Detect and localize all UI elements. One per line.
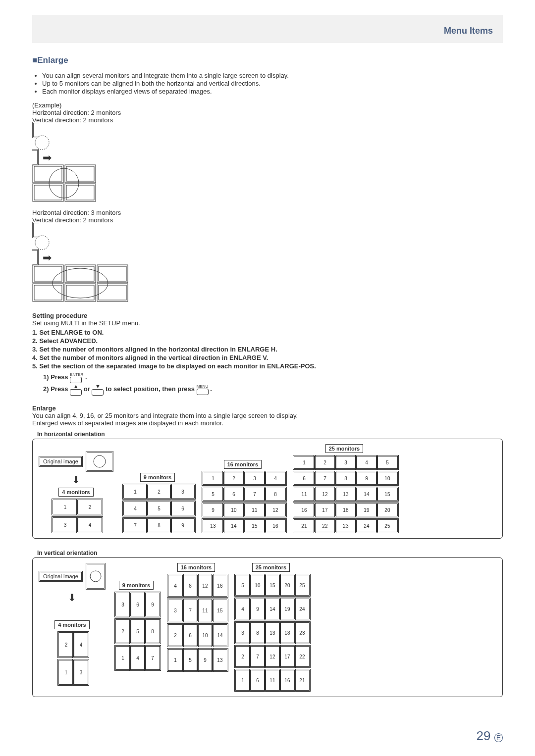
svg-point-10 xyxy=(35,236,49,250)
svg-point-25 xyxy=(90,571,101,582)
monitor-cell: 4 xyxy=(167,574,184,598)
monitors-4-label: 4 monitors xyxy=(58,488,93,497)
monitor-cell: 7 xyxy=(243,487,266,502)
example2-diagram: ➡ xyxy=(32,226,503,302)
step: 2. Select ADVANCED. xyxy=(32,337,503,345)
monitor-cell: 5 xyxy=(376,455,399,470)
monitor-cell: 9 xyxy=(170,517,196,533)
monitor-cell: 17 xyxy=(279,645,296,668)
monitor-cell: 2 xyxy=(146,484,172,500)
monitor-cell: 8 xyxy=(182,574,199,598)
monitor-cell: 5 xyxy=(202,487,224,502)
monitor-cell: 21 xyxy=(294,669,311,692)
svg-rect-18 xyxy=(34,285,62,300)
monitor-cell: 7 xyxy=(182,599,199,622)
svg-rect-3 xyxy=(65,165,96,183)
monitor-cell: 8 xyxy=(146,517,172,533)
bullet-item: You can align several monitors and integ… xyxy=(42,72,503,79)
monitor-cell: 5 xyxy=(146,501,172,516)
svg-rect-19 xyxy=(65,284,96,302)
monitor-cell: 5 xyxy=(234,574,251,597)
original-image-label: Original image xyxy=(39,571,83,582)
vertical-orientation-label: In vertical orientation xyxy=(37,550,503,556)
monitor-cell: 13 xyxy=(264,621,281,644)
monitor-cell: 6 xyxy=(249,669,266,692)
grid-25-h: 1234567891011121314151617181920212223242… xyxy=(293,455,396,533)
step: 1. Set ENLARGE to ON. xyxy=(32,329,503,336)
monitor-cell: 6 xyxy=(129,592,146,617)
page-header: Menu Items xyxy=(32,15,503,43)
monitor-cell: 22 xyxy=(294,645,311,668)
monitor-cell: 11 xyxy=(293,487,316,502)
monitor-cell: 4 xyxy=(355,455,378,470)
enlarge-heading: Enlarge xyxy=(32,404,56,412)
monitors-16-label: 16 monitors xyxy=(177,563,215,572)
text: . xyxy=(210,385,212,393)
monitor-cell: 11 xyxy=(264,669,281,692)
svg-rect-7 xyxy=(65,184,96,202)
grid-9-h: 123456789 xyxy=(122,484,193,533)
svg-rect-5 xyxy=(33,184,63,202)
monitors-16-label: 16 monitors xyxy=(224,460,262,469)
monitors-4-label: 4 monitors xyxy=(54,620,89,629)
monitor-cell: 20 xyxy=(376,503,399,517)
substep-2: 2) Press ▲ or ▼ to select position, then… xyxy=(32,383,503,396)
monitor-cell: 12 xyxy=(197,574,214,598)
enlarge-line2: Enlarged views of separated images are d… xyxy=(32,419,503,427)
monitor-cell: 1 xyxy=(122,484,148,500)
original-image-icon xyxy=(86,451,113,472)
monitor-cell: 10 xyxy=(222,503,245,517)
monitor-cell: 7 xyxy=(122,517,148,533)
monitor-cell: 12 xyxy=(264,645,281,668)
monitor-cell: 15 xyxy=(264,574,281,597)
monitor-cell: 24 xyxy=(294,598,311,620)
text: or xyxy=(84,385,92,393)
monitor-cell: 18 xyxy=(334,503,357,517)
arrow-down-icon: ⬇ xyxy=(72,474,80,486)
svg-rect-6 xyxy=(34,185,62,200)
monitor-cell: 9 xyxy=(197,648,214,672)
monitor-cell: 15 xyxy=(243,518,266,533)
original-image-label: Original image xyxy=(39,456,83,467)
svg-point-0 xyxy=(35,136,49,150)
monitors-25-label: 25 monitors xyxy=(252,563,290,572)
svg-rect-13 xyxy=(65,265,96,283)
monitor-cell: 6 xyxy=(182,623,199,647)
monitor-cell: 15 xyxy=(376,487,399,502)
enter-button-icon: ENTER xyxy=(70,372,83,383)
example-label: (Example) xyxy=(32,101,503,109)
arrow-right-icon: ➡ xyxy=(43,151,52,164)
grid-9-v: 369258147 xyxy=(114,592,158,671)
svg-rect-16 xyxy=(99,266,126,281)
svg-rect-2 xyxy=(34,166,62,181)
content: ■Enlarge You can align several monitors … xyxy=(32,43,503,697)
example1-v: Vertical direction: 2 monitors xyxy=(32,116,503,124)
monitor-cell: 1 xyxy=(114,645,131,671)
monitor-cell: 13 xyxy=(212,648,228,672)
monitor-cell: 14 xyxy=(355,487,378,502)
horizontal-chart: Original image ⬇ 4 monitors 1234 9 monit… xyxy=(32,439,503,539)
enlarge-line1: You can align 4, 9, 16, or 25 monitors a… xyxy=(32,412,503,419)
monitor-cell: 7 xyxy=(144,645,161,671)
original-image-icon xyxy=(86,563,106,590)
target-grid-3x2 xyxy=(32,264,503,302)
document-page: Menu Items ■Enlarge You can align severa… xyxy=(0,0,535,756)
svg-rect-14 xyxy=(66,266,94,281)
page-number-value: 29 xyxy=(477,728,491,743)
step: 5. Set the section of the separated imag… xyxy=(32,362,503,370)
monitor-cell: 1 xyxy=(202,471,224,486)
monitor-cell: 25 xyxy=(376,518,399,533)
monitor-cell: 8 xyxy=(144,618,161,644)
monitor-cell: 2 xyxy=(167,623,184,647)
arrow-right-icon: ➡ xyxy=(43,252,52,264)
grid-16-h: 12345678910111213141516 xyxy=(202,471,284,533)
grid-16-v: 48121637111526101415913 xyxy=(167,574,225,672)
svg-rect-1 xyxy=(33,165,63,183)
monitor-cell: 11 xyxy=(243,503,266,517)
monitor-cell: 2 xyxy=(234,645,251,668)
monitor-cell: 6 xyxy=(170,501,196,516)
monitor-cell: 12 xyxy=(264,503,287,517)
monitor-cell: 10 xyxy=(376,471,399,486)
up-button-icon: ▲ xyxy=(70,383,82,396)
svg-point-23 xyxy=(53,268,108,298)
